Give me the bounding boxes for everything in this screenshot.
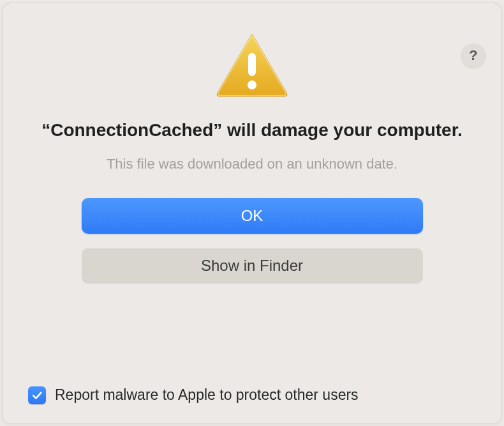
svg-rect-0 bbox=[248, 53, 256, 76]
help-button[interactable]: ? bbox=[461, 43, 486, 68]
report-checkbox-label: Report malware to Apple to protect other… bbox=[55, 386, 359, 404]
dialog-content: ? “ConnectionCached” will damage your co… bbox=[3, 30, 501, 314]
button-stack: OK Show in Finder bbox=[82, 198, 423, 284]
show-in-finder-label: Show in Finder bbox=[201, 257, 303, 275]
show-in-finder-button[interactable]: Show in Finder bbox=[82, 248, 423, 284]
checkmark-icon bbox=[31, 389, 43, 402]
report-checkbox-row: Report malware to Apple to protect other… bbox=[28, 386, 359, 404]
alert-dialog: ? “ConnectionCached” will damage your co… bbox=[2, 3, 502, 424]
ok-button[interactable]: OK bbox=[82, 198, 423, 234]
ok-button-label: OK bbox=[241, 207, 263, 225]
help-icon-label: ? bbox=[469, 47, 477, 64]
dialog-title: “ConnectionCached” will damage your comp… bbox=[10, 118, 494, 142]
svg-point-1 bbox=[248, 80, 256, 89]
report-checkbox[interactable] bbox=[28, 386, 46, 404]
warning-icon bbox=[214, 30, 290, 100]
dialog-subtitle: This file was downloaded on an unknown d… bbox=[75, 156, 429, 172]
